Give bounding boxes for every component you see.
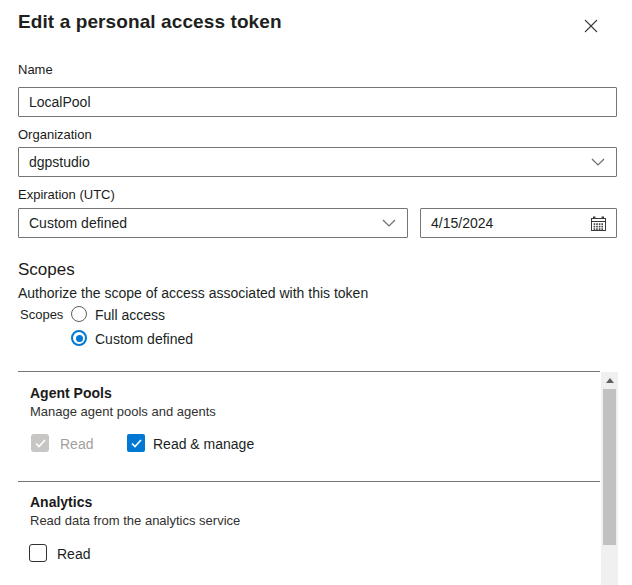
- expiration-label: Expiration (UTC): [18, 187, 115, 202]
- scopes-heading: Scopes: [18, 260, 75, 280]
- section-desc-agent-pools: Manage agent pools and agents: [30, 404, 216, 419]
- scopes-scrollbar[interactable]: [601, 372, 618, 585]
- scroll-up-arrow-icon: [606, 378, 614, 383]
- organization-dropdown-value: dgpstudio: [19, 154, 591, 170]
- scrollbar-thumb[interactable]: [603, 389, 616, 545]
- scopes-description: Authorize the scope of access associated…: [18, 285, 368, 301]
- checkbox-agent-pools-read-manage-label[interactable]: Read & manage: [153, 436, 254, 452]
- chevron-down-icon: [591, 158, 605, 166]
- name-label: Name: [18, 62, 53, 77]
- expiration-preset-dropdown[interactable]: Custom defined: [18, 208, 408, 238]
- section-title-agent-pools: Agent Pools: [30, 385, 112, 401]
- radio-custom-defined[interactable]: [71, 330, 87, 346]
- section-desc-analytics: Read data from the analytics service: [30, 513, 240, 528]
- scopes-group-label: Scopes: [20, 307, 63, 322]
- edit-pat-dialog: Edit a personal access token Name Organi…: [0, 0, 632, 585]
- name-input[interactable]: [18, 87, 617, 117]
- checkbox-analytics-read[interactable]: [29, 544, 47, 562]
- radio-full-access-label[interactable]: Full access: [95, 307, 165, 323]
- expiration-date-value: 4/15/2024: [421, 215, 589, 231]
- checkmark-icon: [131, 439, 142, 448]
- scrollbar-up-button[interactable]: [601, 372, 618, 387]
- radio-full-access[interactable]: [71, 306, 87, 322]
- expiration-preset-value: Custom defined: [19, 215, 382, 231]
- calendar-icon[interactable]: [589, 214, 608, 233]
- checkbox-agent-pools-read-manage[interactable]: [127, 434, 145, 452]
- section-divider: [18, 481, 600, 482]
- checkbox-analytics-read-label[interactable]: Read: [57, 546, 90, 562]
- checkbox-agent-pools-read-label: Read: [60, 436, 93, 452]
- radio-custom-defined-label[interactable]: Custom defined: [95, 331, 193, 347]
- dialog-title: Edit a personal access token: [18, 11, 282, 33]
- organization-label: Organization: [18, 127, 92, 142]
- close-icon: [581, 16, 601, 36]
- chevron-down-icon: [382, 219, 396, 227]
- expiration-date-field[interactable]: 4/15/2024: [420, 208, 617, 238]
- close-button[interactable]: [576, 11, 606, 41]
- section-title-analytics: Analytics: [30, 494, 92, 510]
- checkmark-icon: [35, 439, 46, 448]
- checkbox-agent-pools-read: [31, 434, 49, 452]
- organization-dropdown[interactable]: dgpstudio: [18, 147, 617, 177]
- section-divider: [18, 371, 600, 372]
